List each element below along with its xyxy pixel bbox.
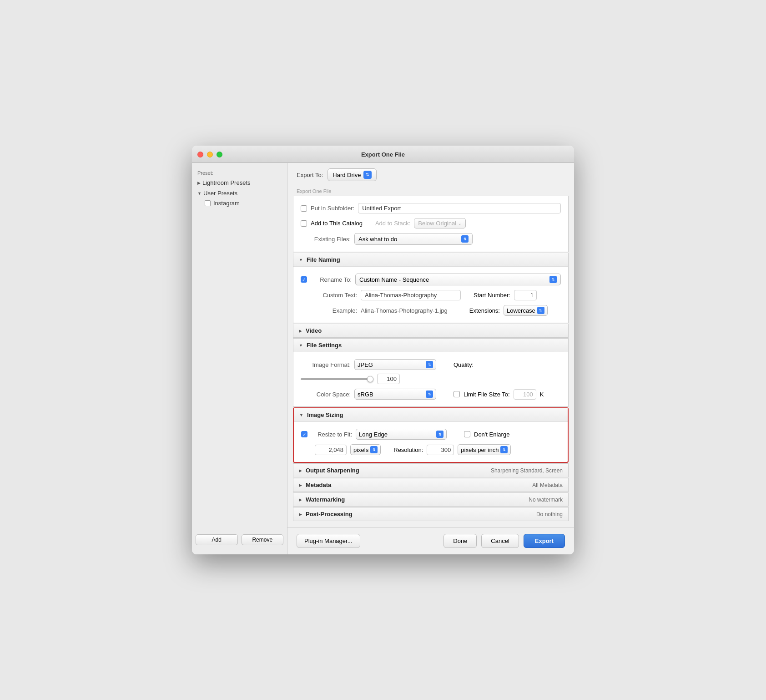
resolution-unit-value: pixels per inch <box>461 446 499 453</box>
post-processing-section: ▶ Post-Processing Do nothing <box>293 507 569 521</box>
catalog-row: Add to This Catalog Add to Stack: Below … <box>301 216 561 231</box>
subfolder-checkbox[interactable] <box>301 205 307 212</box>
image-format-row: Image Format: JPEG ⇅ Quality: <box>301 357 561 386</box>
color-space-select[interactable]: sRGB ⇅ <box>354 389 436 400</box>
resize-to-fit-checkbox[interactable]: ✓ <box>301 431 307 437</box>
color-space-label: Color Space: <box>301 391 351 398</box>
cancel-button[interactable]: Cancel <box>481 534 519 548</box>
file-settings-header[interactable]: ▼ File Settings <box>293 339 568 352</box>
start-number-input[interactable] <box>514 290 537 300</box>
extensions-arrows-icon: ⇅ <box>537 307 544 314</box>
existing-files-label: Existing Files: <box>301 236 351 243</box>
file-naming-arrow-icon: ▼ <box>299 258 303 262</box>
subfolder-input[interactable] <box>358 203 561 213</box>
stack-label: Add to Stack: <box>375 220 410 227</box>
metadata-summary: All Metadata <box>532 482 563 488</box>
image-sizing-header[interactable]: ▼ Image Sizing <box>294 408 568 422</box>
rename-to-select[interactable]: Custom Name - Sequence ⇅ <box>355 274 561 285</box>
image-sizing-content: ✓ Resize to Fit: Long Edge ⇅ Don't Enlar… <box>294 422 568 462</box>
custom-text-row: Custom Text: Start Number: <box>301 288 561 303</box>
catalog-label: Add to This Catalog <box>311 220 363 227</box>
minimize-button[interactable] <box>207 152 213 157</box>
image-format-select[interactable]: JPEG ⇅ <box>354 359 436 370</box>
resize-to-fit-select[interactable]: Long Edge ⇅ <box>356 429 447 440</box>
video-header[interactable]: ▶ Video <box>293 324 568 337</box>
resolution-input[interactable] <box>427 445 454 455</box>
sidebar-bottom-actions: Add Remove <box>192 530 287 550</box>
video-title: Video <box>306 327 322 334</box>
export-to-arrows-icon: ⇅ <box>363 171 372 179</box>
export-to-label: Export To: <box>297 172 323 178</box>
metadata-header[interactable]: ▶ Metadata All Metadata <box>293 478 568 492</box>
quality-input[interactable] <box>377 374 400 384</box>
export-to-select[interactable]: Hard Drive ⇅ <box>328 168 377 181</box>
done-button[interactable]: Done <box>443 534 477 548</box>
quality-slider[interactable] <box>301 378 373 380</box>
sidebar-item-user-presets[interactable]: ▼ User Presets <box>192 188 287 198</box>
pixels-input[interactable] <box>315 445 347 455</box>
resize-to-fit-value: Long Edge <box>359 431 388 438</box>
output-sharpening-header[interactable]: ▶ Output Sharpening Sharpening Standard,… <box>293 464 568 477</box>
lightroom-presets-label: Lightroom Presets <box>202 179 251 186</box>
resolution-label: Resolution: <box>393 446 423 453</box>
resolution-unit-arrows-icon: ⇅ <box>500 446 508 453</box>
export-to-value: Hard Drive <box>333 172 361 178</box>
preset-label: Preset: <box>192 167 287 178</box>
color-space-value: sRGB <box>358 391 373 398</box>
custom-text-input[interactable] <box>361 290 461 300</box>
close-button[interactable] <box>197 152 203 157</box>
metadata-arrow-icon: ▶ <box>299 483 302 487</box>
rename-to-row: ✓ Rename To: Custom Name - Sequence ⇅ <box>301 271 561 288</box>
sidebar-item-lightroom-presets[interactable]: ▶ Lightroom Presets <box>192 178 287 188</box>
resolution-unit-select[interactable]: pixels per inch ⇅ <box>458 444 511 455</box>
export-to-row: Export To: Hard Drive ⇅ <box>287 163 574 187</box>
watermarking-summary: No watermark <box>529 497 563 503</box>
main-panel: Export To: Hard Drive ⇅ Export One File … <box>287 163 574 554</box>
file-settings-content: Image Format: JPEG ⇅ Quality: <box>293 352 568 406</box>
output-sharpening-summary: Sharpening Standard, Screen <box>491 467 563 474</box>
existing-files-select[interactable]: Ask what to do ⇅ <box>354 233 473 245</box>
window-title: Export One File <box>361 151 405 158</box>
watermarking-title: Watermarking <box>306 496 345 503</box>
below-original-value: Below Original <box>418 220 456 227</box>
plugin-manager-button[interactable]: Plug-in Manager... <box>297 534 360 548</box>
file-naming-title: File Naming <box>307 256 340 263</box>
maximize-button[interactable] <box>217 152 222 157</box>
export-button[interactable]: Export <box>524 534 565 548</box>
bottom-actions: Plug-in Manager... Done Cancel Export <box>287 527 574 554</box>
post-processing-header[interactable]: ▶ Post-Processing Do nothing <box>293 507 568 521</box>
limit-file-size-checkbox[interactable] <box>454 391 460 397</box>
file-settings-section: ▼ File Settings Image Format: JPEG ⇅ Qua… <box>293 338 569 407</box>
pixels-unit-select[interactable]: pixels ⇅ <box>350 444 381 455</box>
quality-slider-fill <box>301 378 371 380</box>
file-settings-arrow-icon: ▼ <box>299 343 303 348</box>
resize-to-fit-row: ✓ Resize to Fit: Long Edge ⇅ Don't Enlar… <box>301 426 560 442</box>
limit-file-size-input[interactable] <box>514 389 536 400</box>
rename-to-label: Rename To: <box>311 276 352 283</box>
post-processing-arrow-icon: ▶ <box>299 512 302 517</box>
rename-to-checkbox[interactable]: ✓ <box>301 276 307 283</box>
image-format-label: Image Format: <box>301 361 351 368</box>
watermarking-arrow-icon: ▶ <box>299 497 302 502</box>
metadata-section: ▶ Metadata All Metadata <box>293 478 569 492</box>
dont-enlarge-checkbox[interactable] <box>464 431 470 437</box>
output-sharpening-section: ▶ Output Sharpening Sharpening Standard,… <box>293 463 569 477</box>
file-naming-header[interactable]: ▼ File Naming <box>293 253 568 267</box>
title-bar: Export One File <box>192 146 574 163</box>
limit-file-size-label: Limit File Size To: <box>464 391 510 398</box>
example-value: Alina-Thomas-Photography-1.jpg <box>361 307 448 314</box>
sidebar-item-instagram[interactable]: Instagram <box>192 198 287 208</box>
top-fields-section: Put in Subfolder: Add to This Catalog Ad… <box>293 196 569 252</box>
instagram-checkbox[interactable] <box>205 200 211 206</box>
post-processing-summary: Do nothing <box>536 511 563 517</box>
dont-enlarge-label: Don't Enlarge <box>474 431 509 438</box>
add-preset-button[interactable]: Add <box>196 534 238 545</box>
watermarking-header[interactable]: ▶ Watermarking No watermark <box>293 493 568 506</box>
below-original-select[interactable]: Below Original ⌄ <box>414 218 466 228</box>
quality-slider-thumb[interactable] <box>367 376 373 382</box>
file-settings-title: File Settings <box>307 342 342 349</box>
catalog-checkbox[interactable] <box>301 220 307 227</box>
quality-label: Quality: <box>454 361 474 368</box>
remove-preset-button[interactable]: Remove <box>242 534 284 545</box>
extensions-select[interactable]: Lowercase ⇅ <box>504 305 548 316</box>
